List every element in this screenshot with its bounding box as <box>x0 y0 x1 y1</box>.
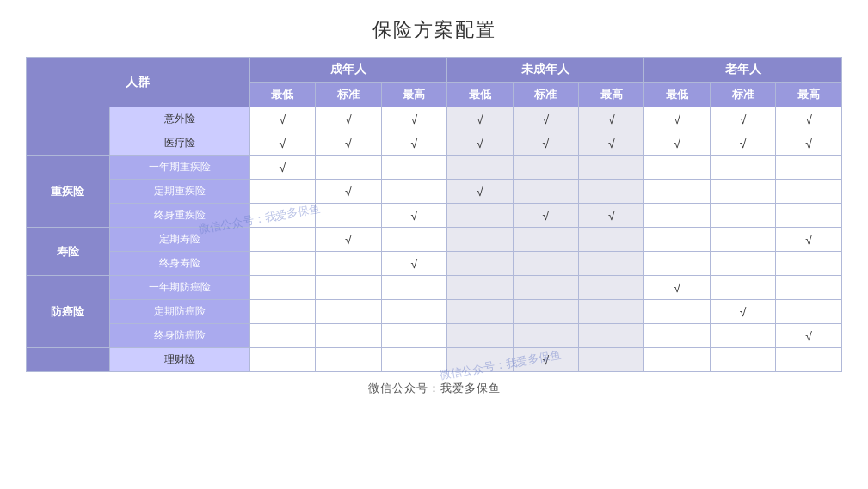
check-mark: √ <box>608 113 615 126</box>
data-cell <box>513 252 578 276</box>
header-elderly-max: 最高 <box>776 83 842 107</box>
check-mark: √ <box>477 185 483 199</box>
data-cell: √ <box>644 276 710 300</box>
header-adult-min: 最低 <box>249 83 315 107</box>
check-mark: √ <box>345 137 352 150</box>
check-mark: √ <box>674 137 680 150</box>
data-cell <box>578 300 643 324</box>
data-cell <box>513 300 578 324</box>
data-cell: √ <box>513 204 578 228</box>
cat-sub-cell: 终身重疾险 <box>109 204 249 228</box>
cat-sub-cell: 终身防癌险 <box>109 324 249 348</box>
data-cell: √ <box>249 107 315 131</box>
data-cell <box>776 180 842 204</box>
check-mark: √ <box>805 137 812 150</box>
cat-main-cell: 防癌险 <box>27 276 110 348</box>
data-cell <box>447 348 513 372</box>
page-title: 保险方案配置 <box>372 17 496 43</box>
data-cell: √ <box>776 228 842 252</box>
data-cell <box>447 276 513 300</box>
cat-sub-cell: 医疗险 <box>109 131 249 156</box>
data-cell: √ <box>644 107 710 131</box>
check-mark: √ <box>805 113 812 126</box>
check-mark: √ <box>542 113 549 126</box>
header-adult-std: 标准 <box>316 83 381 107</box>
check-mark: √ <box>410 137 417 150</box>
data-cell: √ <box>381 107 446 131</box>
header-minor: 未成年人 <box>447 58 644 83</box>
data-cell: √ <box>710 300 775 324</box>
check-mark: √ <box>674 113 680 126</box>
data-cell: √ <box>316 228 381 252</box>
check-mark: √ <box>542 353 549 367</box>
check-mark: √ <box>410 257 417 271</box>
data-cell <box>513 156 578 180</box>
data-cell <box>710 276 775 300</box>
data-cell <box>513 324 578 348</box>
data-cell <box>578 156 643 180</box>
data-cell: √ <box>710 131 775 156</box>
data-cell <box>578 276 643 300</box>
data-cell <box>381 156 446 180</box>
check-mark: √ <box>805 233 812 247</box>
cat-sub-cell: 意外险 <box>109 107 249 131</box>
cat-sub-cell: 理财险 <box>109 348 249 372</box>
data-cell <box>316 300 381 324</box>
data-cell <box>447 300 513 324</box>
cat-main-cell: 重疾险 <box>27 156 110 228</box>
cat-sub-cell: 定期寿险 <box>109 228 249 252</box>
table-wrap: 微信公众号：我爱多保鱼 微信公众号：我爱多保鱼 人群 成年人 未成年人 老年人 … <box>26 57 842 372</box>
data-cell <box>316 252 381 276</box>
data-cell <box>710 156 775 180</box>
data-cell <box>644 348 710 372</box>
data-cell <box>316 324 381 348</box>
check-mark: √ <box>608 137 615 150</box>
data-cell <box>316 348 381 372</box>
check-mark: √ <box>280 137 286 150</box>
data-cell <box>710 180 775 204</box>
cat-main-cell <box>27 348 110 372</box>
data-cell <box>447 324 513 348</box>
data-cell <box>644 156 710 180</box>
data-cell <box>249 228 315 252</box>
data-cell <box>381 180 446 204</box>
header-elderly-min: 最低 <box>644 83 710 107</box>
data-cell <box>644 300 710 324</box>
data-cell <box>776 300 842 324</box>
data-cell: √ <box>513 348 578 372</box>
data-cell <box>513 228 578 252</box>
check-mark: √ <box>345 185 352 199</box>
header-adult-max: 最高 <box>381 83 446 107</box>
data-cell <box>776 156 842 180</box>
data-cell <box>776 276 842 300</box>
data-cell <box>249 348 315 372</box>
data-cell <box>578 348 643 372</box>
data-cell <box>578 252 643 276</box>
check-mark: √ <box>345 113 352 126</box>
data-cell: √ <box>381 131 446 156</box>
data-cell <box>644 228 710 252</box>
data-cell <box>249 180 315 204</box>
header-minor-std: 标准 <box>513 83 578 107</box>
data-cell <box>578 324 643 348</box>
check-mark: √ <box>740 113 747 126</box>
cat-main-cell: 寿险 <box>27 228 110 276</box>
check-mark: √ <box>674 281 680 295</box>
data-cell: √ <box>447 131 513 156</box>
data-cell <box>644 252 710 276</box>
page-container: 保险方案配置 微信公众号：我爱多保鱼 微信公众号：我爱多保鱼 人群 成年人 未成… <box>0 0 868 489</box>
data-cell: √ <box>249 156 315 180</box>
data-cell: √ <box>578 131 643 156</box>
header-group-col: 人群 <box>27 58 250 107</box>
data-cell <box>710 252 775 276</box>
check-mark: √ <box>740 137 747 150</box>
data-cell: √ <box>578 107 643 131</box>
data-cell <box>644 204 710 228</box>
data-cell <box>578 180 643 204</box>
data-cell <box>644 324 710 348</box>
data-cell <box>316 156 381 180</box>
check-mark: √ <box>410 209 417 223</box>
data-cell <box>710 228 775 252</box>
header-elderly-std: 标准 <box>710 83 775 107</box>
check-mark: √ <box>410 113 417 126</box>
